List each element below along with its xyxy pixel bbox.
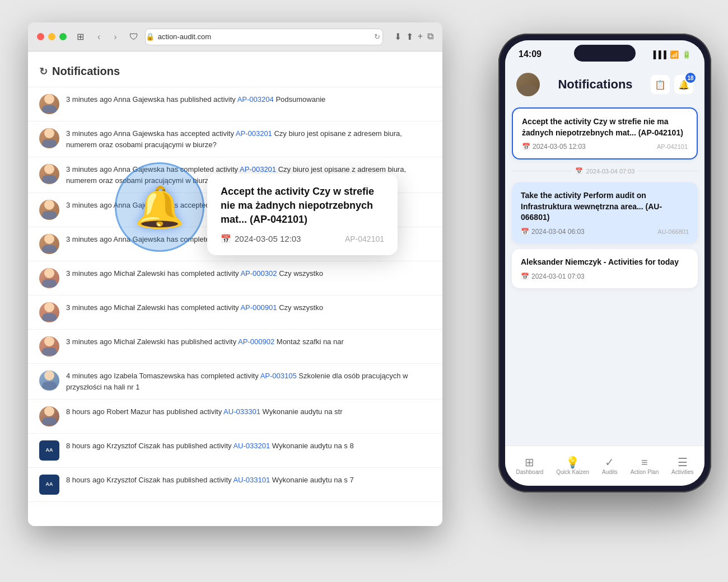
share-icon[interactable]: ⬆ [406, 31, 413, 42]
close-button[interactable] [37, 33, 44, 40]
phone-header: Notifications 📋 🔔 18 [505, 68, 704, 103]
download-icon[interactable]: ⬇ [394, 31, 402, 42]
phone-notification-card-2[interactable]: Take the activity Perform audit on Infra… [512, 182, 698, 243]
notif-link[interactable]: AP-000302 [240, 269, 277, 278]
nav-label-action-plan: Action Plan [631, 469, 659, 475]
date-text-3: 2024-03-01 07:03 [531, 273, 585, 280]
notif-text: 8 hours ago Robert Mazur has published a… [66, 406, 431, 417]
refresh-icon[interactable]: ↻ [374, 32, 380, 41]
notif-user: Krzysztof Ciszak has published activity [106, 442, 233, 450]
notif-time: 3 minutes ago [66, 337, 114, 346]
bell-icon-button[interactable]: 🔔 18 [674, 75, 693, 94]
phone-scroll-content: Accept the activity Czy w strefie nie ma… [505, 103, 704, 445]
phone-notifications-title: Notifications [547, 77, 644, 92]
nav-label-quick-kaizen: Quick Kaizen [556, 469, 589, 475]
nav-item-action-plan[interactable]: ≡ Action Plan [626, 454, 664, 477]
phone-notification-card-active[interactable]: Accept the activity Czy w strefie nie ma… [512, 107, 698, 159]
calendar-icon: 📅 [221, 234, 231, 244]
notification-item[interactable]: 3 minutes ago Michał Zalewski has comple… [28, 261, 442, 295]
notification-item[interactable]: 3 minutes ago Anna Gajewska has publishe… [28, 87, 442, 121]
notif-time: 8 hours ago [66, 442, 106, 450]
avatar [39, 336, 59, 356]
calendar-icon: 📅 [575, 167, 583, 175]
notif-user: Michał Zalewski has published activity [114, 337, 238, 346]
phone-notif-meta-2: 📅 2024-03-04 06:03 AU-066801 [521, 228, 689, 236]
lock-icon: 🔒 [146, 32, 155, 41]
notif-link[interactable]: AP-000901 [240, 303, 277, 312]
notif-user: Izabela Tomaszewska has completed activi… [114, 372, 260, 380]
notification-item[interactable]: AA 8 hours ago Krzysztof Ciszak has publ… [28, 434, 442, 468]
tabs-icon[interactable]: ⧉ [427, 31, 433, 42]
new-tab-icon[interactable]: + [418, 31, 423, 42]
date-text-1: 2024-03-05 12:03 [533, 143, 586, 151]
notif-user: Michał Zalewski has completed activity [114, 269, 240, 278]
notif-link[interactable]: AU-033201 [233, 442, 270, 450]
avatar [39, 164, 59, 184]
calendar-icon: 📅 [522, 143, 530, 151]
notif-time: 4 minutes ago [66, 372, 114, 380]
nav-item-dashboard[interactable]: ⊞ Dashboard [511, 454, 548, 477]
notif-user: Krzysztof Ciszak has published activity [106, 476, 233, 484]
notification-item[interactable]: 3 minutes ago Anna Gajewska has accepted… [28, 121, 442, 157]
notif-text: 3 minutes ago Michał Zalewski has comple… [66, 268, 431, 279]
traffic-lights [37, 33, 67, 40]
date-separator: 📅 2024-03-04 07:03 [512, 165, 698, 177]
notifications-list: 3 minutes ago Anna Gajewska has publishe… [28, 87, 442, 502]
status-icons: ▐▐▐ 📶 🔋 [651, 50, 691, 59]
notification-item[interactable]: 3 minutes ago Michał Zalewski has publis… [28, 330, 442, 364]
notif-desc: Wykonanie audytu na str [263, 407, 343, 416]
minimize-button[interactable] [48, 33, 55, 40]
nav-item-quick-kaizen[interactable]: 💡 Quick Kaizen [552, 454, 594, 477]
sidebar-toggle-button[interactable]: ⊞ [73, 29, 87, 44]
tooltip-date-text: 2024-03-05 12:03 [235, 234, 301, 243]
notif-link[interactable]: AU-033301 [223, 407, 260, 416]
phone-notif-date-2: 📅 2024-03-04 06:03 [521, 228, 585, 236]
notif-link[interactable]: AP-003201 [236, 129, 272, 138]
notif-link[interactable]: AU-033101 [233, 476, 270, 484]
phone-notif-meta-3: 📅 2024-03-01 07:03 [521, 273, 689, 280]
notif-time: 3 minutes ago [66, 95, 114, 104]
nav-label-dashboard: Dashboard [516, 469, 543, 475]
url-text: action-audit.com [158, 32, 211, 41]
tooltip-code: AP-042101 [345, 234, 384, 243]
phone-header-icons: 📋 🔔 18 [651, 75, 693, 94]
notifications-title: Notifications [52, 65, 120, 78]
back-button[interactable]: ‹ [94, 30, 104, 44]
sep-date-text: 2024-03-04 07:03 [586, 168, 635, 175]
notification-item[interactable]: 8 hours ago Robert Mazur has published a… [28, 400, 442, 434]
avatar [39, 406, 59, 426]
avatar [39, 200, 59, 220]
notif-link[interactable]: AP-003201 [240, 165, 276, 173]
audits-icon: ✓ [605, 457, 614, 468]
phone-notif-date-1: 📅 2024-03-05 12:03 [522, 143, 586, 151]
notification-item[interactable]: 4 minutes ago Izabela Tomaszewska has co… [28, 364, 442, 400]
notif-time: 3 minutes ago [66, 269, 114, 278]
address-bar[interactable]: 🔒 action-audit.com ↻ [145, 29, 383, 45]
calendar-icon: 📅 [521, 273, 529, 280]
phone-container: 14:09 ▐▐▐ 📶 🔋 Notifications 📋 [498, 34, 711, 492]
avatar-logo: AA [39, 440, 59, 461]
forward-button[interactable]: › [110, 30, 120, 44]
dashboard-icon: ⊞ [525, 457, 534, 468]
notif-desc: Czy wszystko [279, 269, 323, 278]
phone-frame: 14:09 ▐▐▐ 📶 🔋 Notifications 📋 [498, 34, 711, 492]
maximize-button[interactable] [59, 33, 67, 40]
notif-link[interactable]: AP-003204 [237, 95, 274, 104]
notif-link[interactable]: AP-003105 [260, 372, 297, 380]
status-time: 14:09 [519, 49, 542, 59]
notif-user: Anna Gajewska has completed activity [114, 165, 240, 173]
nav-item-audits[interactable]: ✓ Audits [598, 454, 622, 477]
notification-item[interactable]: 3 minutes ago Michał Zalewski has comple… [28, 295, 442, 330]
nav-item-activities[interactable]: ☰ Activities [667, 454, 698, 477]
notification-badge: 18 [685, 73, 696, 83]
notif-link[interactable]: AP-000902 [238, 337, 274, 346]
notifications-header: ↻ Notifications [28, 60, 442, 87]
action-plan-icon: ≡ [641, 457, 648, 468]
avatar [39, 370, 59, 391]
phone-notification-card-3[interactable]: Aleksander Niemczyk - Activities for tod… [512, 249, 698, 288]
document-icon-button[interactable]: 📋 [651, 75, 670, 94]
notification-item[interactable]: AA 8 hours ago Krzysztof Ciszak has publ… [28, 468, 442, 502]
refresh-icon: ↻ [39, 65, 48, 78]
notif-text: 4 minutes ago Izabela Tomaszewska has co… [66, 370, 431, 392]
notif-text: 8 hours ago Krzysztof Ciszak has publish… [66, 440, 431, 452]
